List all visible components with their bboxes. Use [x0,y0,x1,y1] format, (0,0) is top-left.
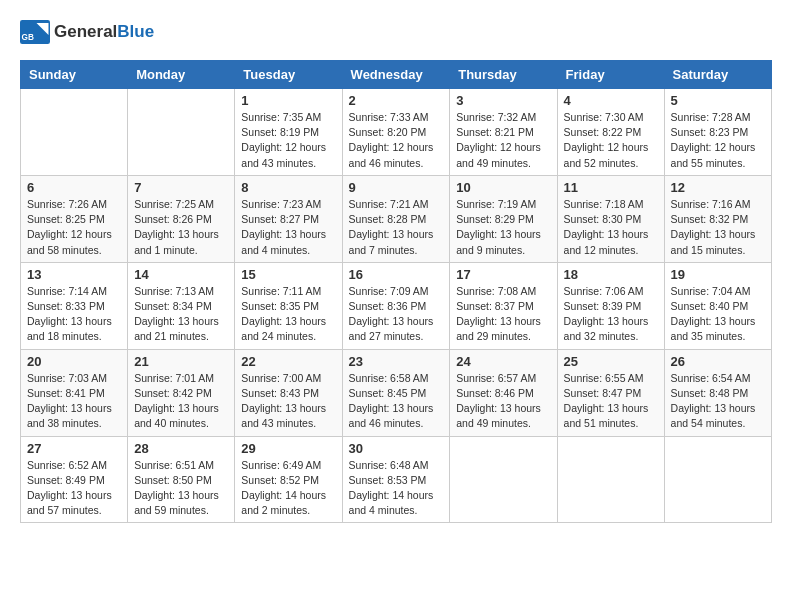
calendar-cell: 1Sunrise: 7:35 AMSunset: 8:19 PMDaylight… [235,89,342,176]
calendar-cell: 7Sunrise: 7:25 AMSunset: 8:26 PMDaylight… [128,175,235,262]
week-row-2: 6Sunrise: 7:26 AMSunset: 8:25 PMDaylight… [21,175,772,262]
logo-icon: GB [20,20,50,44]
day-info: Sunrise: 7:26 AMSunset: 8:25 PMDaylight:… [27,197,121,258]
day-number: 20 [27,354,121,369]
day-number: 17 [456,267,550,282]
day-number: 2 [349,93,444,108]
day-number: 30 [349,441,444,456]
day-info: Sunrise: 7:03 AMSunset: 8:41 PMDaylight:… [27,371,121,432]
day-info: Sunrise: 6:52 AMSunset: 8:49 PMDaylight:… [27,458,121,519]
column-header-thursday: Thursday [450,61,557,89]
day-number: 3 [456,93,550,108]
column-header-monday: Monday [128,61,235,89]
day-number: 22 [241,354,335,369]
calendar-cell: 29Sunrise: 6:49 AMSunset: 8:52 PMDayligh… [235,436,342,523]
calendar-cell [128,89,235,176]
day-number: 9 [349,180,444,195]
day-info: Sunrise: 7:32 AMSunset: 8:21 PMDaylight:… [456,110,550,171]
day-number: 7 [134,180,228,195]
calendar-cell: 24Sunrise: 6:57 AMSunset: 8:46 PMDayligh… [450,349,557,436]
calendar-cell: 13Sunrise: 7:14 AMSunset: 8:33 PMDayligh… [21,262,128,349]
day-number: 5 [671,93,765,108]
page-header: GB GeneralBlue [20,20,772,44]
column-header-saturday: Saturday [664,61,771,89]
calendar-cell: 20Sunrise: 7:03 AMSunset: 8:41 PMDayligh… [21,349,128,436]
day-info: Sunrise: 7:14 AMSunset: 8:33 PMDaylight:… [27,284,121,345]
day-number: 12 [671,180,765,195]
calendar-cell: 19Sunrise: 7:04 AMSunset: 8:40 PMDayligh… [664,262,771,349]
day-number: 4 [564,93,658,108]
day-info: Sunrise: 6:57 AMSunset: 8:46 PMDaylight:… [456,371,550,432]
calendar-cell: 17Sunrise: 7:08 AMSunset: 8:37 PMDayligh… [450,262,557,349]
calendar-cell [664,436,771,523]
day-number: 16 [349,267,444,282]
svg-text:GB: GB [22,33,34,42]
calendar-cell: 10Sunrise: 7:19 AMSunset: 8:29 PMDayligh… [450,175,557,262]
day-info: Sunrise: 6:51 AMSunset: 8:50 PMDaylight:… [134,458,228,519]
calendar-cell: 30Sunrise: 6:48 AMSunset: 8:53 PMDayligh… [342,436,450,523]
day-number: 8 [241,180,335,195]
day-info: Sunrise: 7:16 AMSunset: 8:32 PMDaylight:… [671,197,765,258]
column-header-friday: Friday [557,61,664,89]
column-header-wednesday: Wednesday [342,61,450,89]
day-info: Sunrise: 7:08 AMSunset: 8:37 PMDaylight:… [456,284,550,345]
day-info: Sunrise: 7:21 AMSunset: 8:28 PMDaylight:… [349,197,444,258]
calendar-cell: 28Sunrise: 6:51 AMSunset: 8:50 PMDayligh… [128,436,235,523]
calendar-cell: 12Sunrise: 7:16 AMSunset: 8:32 PMDayligh… [664,175,771,262]
day-info: Sunrise: 7:13 AMSunset: 8:34 PMDaylight:… [134,284,228,345]
day-number: 28 [134,441,228,456]
day-number: 6 [27,180,121,195]
day-info: Sunrise: 7:33 AMSunset: 8:20 PMDaylight:… [349,110,444,171]
calendar-cell: 22Sunrise: 7:00 AMSunset: 8:43 PMDayligh… [235,349,342,436]
calendar-cell: 25Sunrise: 6:55 AMSunset: 8:47 PMDayligh… [557,349,664,436]
day-info: Sunrise: 7:06 AMSunset: 8:39 PMDaylight:… [564,284,658,345]
calendar-cell: 14Sunrise: 7:13 AMSunset: 8:34 PMDayligh… [128,262,235,349]
day-info: Sunrise: 6:55 AMSunset: 8:47 PMDaylight:… [564,371,658,432]
day-info: Sunrise: 7:18 AMSunset: 8:30 PMDaylight:… [564,197,658,258]
calendar-cell [557,436,664,523]
calendar-cell [21,89,128,176]
calendar-cell: 21Sunrise: 7:01 AMSunset: 8:42 PMDayligh… [128,349,235,436]
calendar-cell: 26Sunrise: 6:54 AMSunset: 8:48 PMDayligh… [664,349,771,436]
column-header-tuesday: Tuesday [235,61,342,89]
calendar-cell: 11Sunrise: 7:18 AMSunset: 8:30 PMDayligh… [557,175,664,262]
calendar-header-row: SundayMondayTuesdayWednesdayThursdayFrid… [21,61,772,89]
calendar-cell: 27Sunrise: 6:52 AMSunset: 8:49 PMDayligh… [21,436,128,523]
day-number: 15 [241,267,335,282]
calendar-cell: 23Sunrise: 6:58 AMSunset: 8:45 PMDayligh… [342,349,450,436]
logo-general-text: General [54,22,117,41]
calendar-cell: 15Sunrise: 7:11 AMSunset: 8:35 PMDayligh… [235,262,342,349]
day-info: Sunrise: 7:09 AMSunset: 8:36 PMDaylight:… [349,284,444,345]
day-number: 13 [27,267,121,282]
day-number: 29 [241,441,335,456]
day-info: Sunrise: 7:00 AMSunset: 8:43 PMDaylight:… [241,371,335,432]
day-number: 14 [134,267,228,282]
day-number: 18 [564,267,658,282]
week-row-1: 1Sunrise: 7:35 AMSunset: 8:19 PMDaylight… [21,89,772,176]
day-info: Sunrise: 7:25 AMSunset: 8:26 PMDaylight:… [134,197,228,258]
calendar-cell: 9Sunrise: 7:21 AMSunset: 8:28 PMDaylight… [342,175,450,262]
calendar-cell: 5Sunrise: 7:28 AMSunset: 8:23 PMDaylight… [664,89,771,176]
day-number: 25 [564,354,658,369]
day-number: 24 [456,354,550,369]
calendar-cell: 8Sunrise: 7:23 AMSunset: 8:27 PMDaylight… [235,175,342,262]
calendar-cell: 3Sunrise: 7:32 AMSunset: 8:21 PMDaylight… [450,89,557,176]
day-info: Sunrise: 7:35 AMSunset: 8:19 PMDaylight:… [241,110,335,171]
logo-blue-text: Blue [117,22,154,41]
calendar-cell [450,436,557,523]
column-header-sunday: Sunday [21,61,128,89]
week-row-4: 20Sunrise: 7:03 AMSunset: 8:41 PMDayligh… [21,349,772,436]
calendar-cell: 16Sunrise: 7:09 AMSunset: 8:36 PMDayligh… [342,262,450,349]
calendar-cell: 18Sunrise: 7:06 AMSunset: 8:39 PMDayligh… [557,262,664,349]
day-info: Sunrise: 7:11 AMSunset: 8:35 PMDaylight:… [241,284,335,345]
day-info: Sunrise: 6:58 AMSunset: 8:45 PMDaylight:… [349,371,444,432]
calendar-cell: 6Sunrise: 7:26 AMSunset: 8:25 PMDaylight… [21,175,128,262]
day-number: 27 [27,441,121,456]
calendar-cell: 2Sunrise: 7:33 AMSunset: 8:20 PMDaylight… [342,89,450,176]
calendar-cell: 4Sunrise: 7:30 AMSunset: 8:22 PMDaylight… [557,89,664,176]
day-info: Sunrise: 7:01 AMSunset: 8:42 PMDaylight:… [134,371,228,432]
day-number: 26 [671,354,765,369]
day-number: 1 [241,93,335,108]
day-info: Sunrise: 7:28 AMSunset: 8:23 PMDaylight:… [671,110,765,171]
week-row-3: 13Sunrise: 7:14 AMSunset: 8:33 PMDayligh… [21,262,772,349]
